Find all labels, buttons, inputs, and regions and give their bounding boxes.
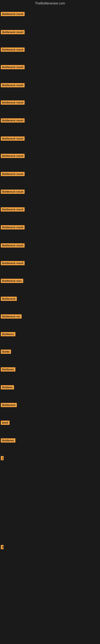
bottleneck-item-22: Bottlene <box>1 385 14 390</box>
bottleneck-item-18: Bottleneck res <box>1 314 22 320</box>
bottleneck-badge: Bottleneck result <box>1 118 25 122</box>
bottleneck-item-17: Bottleneck <box>1 297 17 302</box>
bottleneck-badge: Bottleneck <box>1 403 17 407</box>
bottleneck-badge: Bottleneck result <box>1 261 25 265</box>
bottleneck-badge: Bottleneck result <box>1 136 25 141</box>
bottleneck-item-13: Bottleneck result <box>1 225 25 230</box>
bottleneck-badge: Bottleneck result <box>1 100 25 105</box>
bottleneck-badge: Bottleneck result <box>1 225 25 230</box>
bottleneck-badge: Bottlene <box>1 385 14 390</box>
bottleneck-item-27: B <box>1 545 3 550</box>
bottleneck-item-9: Bottleneck result <box>1 154 25 159</box>
bottleneck-badge: Bottleneck result <box>1 207 25 212</box>
bottleneck-item-23: Bottleneck <box>1 403 17 408</box>
bottleneck-badge: Bottleneck result <box>1 83 25 87</box>
items-container: Bottleneck resultBottleneck resultBottle… <box>0 7 100 644</box>
bottleneck-badge: Bottlenec <box>1 438 15 442</box>
bottleneck-badge: Bottleneck result <box>1 48 25 52</box>
bottleneck-item-1: Bottleneck result <box>1 12 25 17</box>
bottleneck-item-15: Bottleneck result <box>1 261 25 266</box>
bottleneck-item-19: Bottlenec <box>1 332 15 337</box>
bottleneck-item-4: Bottleneck result <box>1 65 25 70</box>
bottleneck-item-6: Bottleneck result <box>1 100 25 106</box>
bottleneck-badge: Bottleneck result <box>1 65 25 69</box>
bottleneck-badge: Bottle <box>1 350 11 354</box>
bottleneck-item-3: Bottleneck result <box>1 48 25 52</box>
bottleneck-badge: | <box>1 456 3 460</box>
bottleneck-item-24: Bottl <box>1 420 10 426</box>
bottleneck-badge: Bottleneck resu <box>1 279 23 283</box>
bottleneck-badge: Bottleneck result <box>1 12 25 16</box>
bottleneck-badge: Bottleneck res <box>1 314 22 318</box>
bottleneck-item-26: | <box>1 456 3 461</box>
bottleneck-item-16: Bottleneck resu <box>1 279 23 284</box>
bottleneck-badge: Bottleneck result <box>1 190 25 194</box>
bottleneck-badge: B <box>1 545 3 549</box>
bottleneck-item-20: Bottle <box>1 350 11 354</box>
bottleneck-badge: Bottleneck result <box>1 154 25 158</box>
bottleneck-item-7: Bottleneck result <box>1 118 25 123</box>
bottleneck-badge: Bottleneck <box>1 297 17 301</box>
bottleneck-item-2: Bottleneck result <box>1 30 25 35</box>
bottleneck-item-5: Bottleneck result <box>1 83 25 88</box>
bottleneck-badge: Bottleneck result <box>1 30 25 34</box>
bottleneck-item-12: Bottleneck result <box>1 207 25 212</box>
bottleneck-item-8: Bottleneck result <box>1 136 25 142</box>
bottleneck-badge: Bottlenec <box>1 367 15 372</box>
bottleneck-item-14: Bottleneck result <box>1 243 25 248</box>
bottleneck-badge: Bottleneck result <box>1 172 25 176</box>
bottleneck-item-11: Bottleneck result <box>1 190 25 194</box>
bottleneck-item-21: Bottlenec <box>1 367 15 372</box>
bottleneck-item-10: Bottleneck result <box>1 172 25 177</box>
bottleneck-badge: Bottlenec <box>1 332 15 336</box>
bottleneck-badge: Bottleneck result <box>1 243 25 248</box>
site-title: TheBottlenecker.com <box>0 0 100 7</box>
bottleneck-item-25: Bottlenec <box>1 438 15 443</box>
bottleneck-badge: Bottl <box>1 420 10 425</box>
